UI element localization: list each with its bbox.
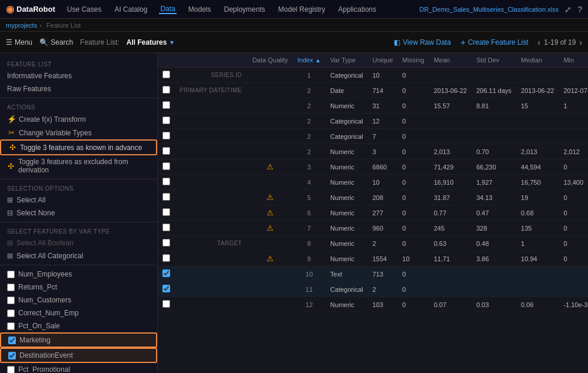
checkbox-num-employees-label: Num_Employees: [18, 270, 72, 278]
index-cell: 7: [293, 221, 325, 236]
row-checkbox[interactable]: [162, 193, 170, 201]
view-raw-data-button[interactable]: ◧ View Raw Data: [394, 38, 451, 46]
toolbar: ☰ Menu 🔍 Search Feature List: All Featur…: [0, 32, 588, 53]
row-checkbox-cell: [158, 205, 175, 221]
mean-cell: [429, 129, 471, 144]
header-unique[interactable]: Unique: [368, 53, 398, 68]
row-checkbox[interactable]: [162, 269, 170, 277]
select-all-item[interactable]: ⊞ Select All: [0, 194, 157, 207]
checkbox-num-customers-label: Num_Customers: [18, 296, 71, 304]
header-var-type[interactable]: Var Type: [325, 53, 368, 68]
chevron-down-icon[interactable]: ▾: [170, 38, 174, 46]
create-feature-list-button[interactable]: + Create Feature List: [460, 37, 528, 47]
prev-page-button[interactable]: ‹: [538, 38, 541, 47]
header-min[interactable]: Min: [559, 53, 588, 68]
header-missing[interactable]: Missing: [398, 53, 429, 68]
row-checkbox[interactable]: [162, 300, 170, 308]
table-row: PRIMARY DATE/TIME2Date71402013-06-22206.…: [158, 83, 588, 98]
change-variable-types-action[interactable]: ✂ Change Variable Types: [0, 126, 157, 139]
median-cell: [516, 114, 559, 129]
checkbox-destination-event-input[interactable]: [8, 352, 16, 359]
next-page-button[interactable]: ›: [579, 38, 582, 47]
row-checkbox[interactable]: [162, 285, 170, 292]
sidebar-item-raw[interactable]: Raw Features: [0, 82, 157, 95]
sidebar-item-informative[interactable]: Informative Features: [0, 69, 157, 82]
row-checkbox[interactable]: [162, 208, 170, 216]
row-checkbox[interactable]: [162, 101, 170, 109]
row-checkbox-cell: [158, 129, 175, 144]
checkbox-correct-num-emp-input[interactable]: [7, 309, 15, 317]
row-checkbox[interactable]: [162, 132, 170, 139]
nav-model-registry[interactable]: Model Registry: [277, 5, 327, 14]
mean-cell: [429, 114, 471, 129]
create-fx-transform-action[interactable]: ⚡ Create f(x) Transform: [0, 112, 157, 126]
logo: ◉ DataRobot: [6, 4, 55, 15]
row-checkbox[interactable]: [162, 254, 170, 262]
unique-cell: 713: [368, 267, 398, 282]
nav-data[interactable]: Data: [159, 5, 176, 14]
checkbox-returns-pct-input[interactable]: [7, 284, 15, 291]
help-icon[interactable]: ?: [577, 5, 582, 14]
checkbox-destination-event: DestinationEvent: [0, 348, 157, 363]
median-cell: 135: [516, 221, 559, 236]
row-label: [175, 159, 248, 175]
select-all-boolean-item[interactable]: ⊞ Select All Boolean: [0, 237, 157, 249]
row-checkbox[interactable]: [162, 116, 170, 124]
unique-cell: 2: [368, 236, 398, 251]
nav-ai-catalog[interactable]: AI Catalog: [113, 5, 148, 14]
toggle-excluded-derivation-action[interactable]: ✣ Toggle 3 features as excluded from der…: [0, 155, 157, 176]
row-checkbox[interactable]: [162, 86, 170, 94]
row-label: [175, 144, 248, 159]
header-median[interactable]: Median: [516, 53, 559, 68]
median-cell: 0.06: [516, 297, 559, 312]
warning-icon: ⚠: [267, 193, 274, 202]
index-cell: 5: [293, 190, 325, 205]
checkbox-pct-on-sale-input[interactable]: [7, 322, 15, 330]
feature-list-selector: Feature List: All Features ▾: [80, 38, 174, 46]
row-checkbox[interactable]: [162, 178, 170, 185]
row-checkbox[interactable]: [162, 224, 170, 231]
checkbox-marketing-label: Marketing: [19, 336, 51, 344]
min-cell: 13,400: [559, 175, 588, 190]
nav-applications[interactable]: Applications: [337, 5, 378, 14]
checkbox-marketing-input[interactable]: [8, 337, 16, 344]
row-checkbox[interactable]: [162, 71, 170, 78]
share-icon[interactable]: ⤢: [564, 5, 572, 14]
index-cell: 3: [293, 159, 325, 175]
row-checkbox[interactable]: [162, 147, 170, 155]
select-boolean-label: Select All Boolean: [16, 239, 74, 247]
breadcrumb-home[interactable]: myprojects: [6, 22, 37, 29]
row-label: [175, 251, 248, 267]
checkbox-pct-promotional-input[interactable]: [7, 366, 15, 374]
data-quality-cell: [248, 144, 293, 159]
mean-cell: 2,013: [429, 144, 471, 159]
data-quality-cell: [248, 282, 293, 297]
unique-cell: 6860: [368, 159, 398, 175]
header-mean[interactable]: Mean: [429, 53, 471, 68]
varType-cell: Categorical: [325, 114, 368, 129]
toggle-known-advance-action[interactable]: ✣ Toggle 3 features as known in advance: [0, 139, 157, 155]
stdDev-cell: 66,230: [471, 159, 516, 175]
header-index[interactable]: Index ▲: [293, 53, 325, 68]
nav-use-cases[interactable]: Use Cases: [66, 5, 103, 14]
warning-icon: ⚠: [267, 208, 274, 217]
warning-icon: ⚠: [267, 254, 274, 263]
nav-models[interactable]: Models: [187, 5, 212, 14]
checkbox-num-employees-input[interactable]: [7, 271, 15, 278]
nav-deployments[interactable]: Deployments: [223, 5, 267, 14]
data-quality-cell: [248, 175, 293, 190]
stdDev-cell: [471, 114, 516, 129]
min-cell: 0: [559, 159, 588, 175]
header-data-quality[interactable]: Data Quality: [248, 53, 293, 68]
mean-cell: 2013-06-22: [429, 83, 471, 98]
select-all-categorical-item[interactable]: ⊞ Select All Categorical: [0, 249, 157, 262]
selection-section-title: SELECTION OPTIONS: [0, 182, 157, 194]
menu-button[interactable]: ☰ Menu: [6, 38, 32, 46]
search-button[interactable]: 🔍 Search: [39, 38, 73, 46]
checkbox-num-customers-input[interactable]: [7, 297, 15, 304]
table-row: 4Numeric10016,9101,92716,75013,40020,100: [158, 175, 588, 190]
row-checkbox[interactable]: [162, 239, 170, 247]
header-std-dev[interactable]: Std Dev: [471, 53, 516, 68]
select-none-item[interactable]: ⊟ Select None: [0, 207, 157, 219]
row-checkbox[interactable]: [162, 162, 170, 170]
